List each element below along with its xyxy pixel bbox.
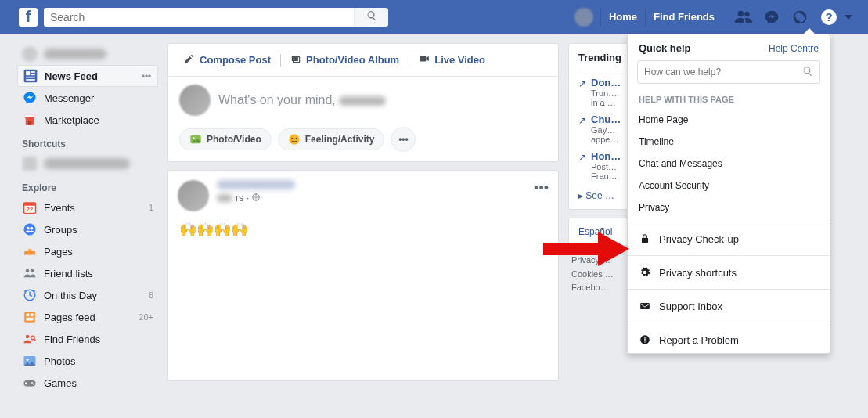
sidebar-item-pages-feed[interactable]: Pages feed 20+ [17,306,158,328]
pages-icon [22,243,38,259]
sidebar-item-messenger[interactable]: Messenger [17,87,158,109]
help-item-home-page[interactable]: Home Page [628,109,830,131]
svg-rect-30 [25,383,27,384]
help-group: ? [821,9,852,25]
divider [628,222,830,222]
post-author[interactable] [217,180,295,189]
action-feeling[interactable]: Feeling/Activity [278,128,385,150]
sidebar-item-on-this-day[interactable]: On this Day 8 [17,284,158,306]
help-item-timeline[interactable]: Timeline [628,131,830,153]
facebook-logo[interactable]: f [19,8,38,27]
search-input[interactable] [44,8,354,27]
sidebar-item-find-friends[interactable]: Find Friends [17,328,158,350]
svg-rect-4 [26,77,35,78]
sidebar-shortcut[interactable] [17,153,158,175]
find-friends-link[interactable]: Find Friends [645,8,722,27]
divider [409,54,409,67]
news-feed-options-icon[interactable]: ••• [140,70,153,82]
sidebar-item-events[interactable]: 22 Events 1 [17,196,158,218]
games-icon [22,375,38,391]
svg-rect-3 [31,74,35,76]
friend-lists-icon [22,265,38,281]
svg-point-32 [33,384,34,385]
action-privacy-checkup[interactable]: Privacy Check-up [628,225,830,252]
help-centre-link[interactable]: Help Centre [769,43,819,54]
action-more[interactable]: ••• [391,127,416,152]
help-icon[interactable]: ? [821,9,837,25]
composer-placeholder: What's on your mind, [218,93,386,107]
trend-icon: ↗ [578,114,586,144]
composer-body[interactable]: What's on your mind, [168,77,558,121]
trend-title: Chu… [591,114,621,125]
sidebar-item-friend-lists[interactable]: Friend lists [17,262,158,284]
sidebar-item-label: Groups [44,224,153,236]
svg-rect-14 [28,249,32,251]
avatar [22,46,38,62]
news-feed-icon [23,68,38,84]
pencil-icon [184,53,195,67]
tab-photo-album[interactable]: Photo/Video Album [284,50,405,70]
sidebar-item-label: Marketplace [44,114,153,126]
trend-sub: Gay… [591,125,621,135]
search-icon [802,66,813,79]
svg-rect-1 [26,71,30,75]
svg-rect-20 [31,314,34,315]
bluebar-right: Home Find Friends ? [567,5,860,29]
help-item-privacy[interactable]: Privacy [628,196,830,218]
sidebar-item-photos[interactable]: Photos [17,350,158,372]
sidebar-item-groups[interactable]: Groups [17,218,158,240]
groups-icon [22,222,38,237]
svg-point-38 [289,134,299,144]
help-search[interactable] [637,60,820,84]
lang-espanol[interactable]: Español [578,226,612,237]
post-menu-icon[interactable]: ••• [534,180,549,211]
sidebar-item-label: Find Friends [44,333,153,345]
sidebar-item-pages[interactable]: Pages [17,240,158,262]
messenger-icon[interactable] [763,9,780,26]
post-card: rs · ••• 🙌🙌🙌🙌 [167,170,559,381]
friend-requests-icon[interactable] [735,9,752,26]
shortcuts-heading: Shortcuts [17,131,158,153]
marketplace-icon [22,112,38,128]
tab-label: Photo/Video Album [306,54,399,66]
find-friends-icon [22,331,38,347]
home-link[interactable]: Home [600,8,645,27]
badge: 8 [149,290,153,300]
tab-compose-post[interactable]: Compose Post [178,50,277,70]
action-support-inbox[interactable]: Support Inbox [628,293,830,319]
help-item-chat[interactable]: Chat and Messages [628,153,830,175]
sidebar-profile[interactable] [17,43,158,65]
sidebar-item-marketplace[interactable]: Marketplace [17,109,158,131]
divider [628,289,830,290]
svg-rect-22 [27,318,34,319]
trend-title: Don… [591,77,621,88]
trend-sub: in a … [591,98,621,107]
svg-text:22: 22 [27,206,33,213]
ellipsis-icon: ••• [398,134,409,145]
svg-rect-18 [24,312,35,323]
tab-live-video[interactable]: Live Video [412,50,492,70]
sidebar-item-label: Events [44,202,142,214]
sidebar-item-news-feed[interactable]: News Feed ••• [17,65,158,87]
sidebar-item-label: News Feed [45,70,134,82]
trend-sub: appe… [591,135,621,144]
svg-rect-35 [420,56,426,62]
help-search-input[interactable] [644,67,802,77]
profile-chip[interactable] [567,5,600,29]
sidebar-item-label: Friend lists [44,268,153,279]
svg-point-11 [27,227,30,230]
action-label: Report a Problem [659,334,739,346]
search-button[interactable] [354,8,388,27]
sidebar-item-label: Pages [44,246,153,258]
svg-point-12 [30,227,33,230]
account-caret-icon[interactable] [845,15,852,20]
action-report-problem[interactable]: Report a Problem [628,326,830,353]
action-privacy-shortcuts[interactable]: Privacy shortcuts [628,259,830,286]
action-photo-video[interactable]: Photo/Video [179,128,272,150]
divider [628,255,830,256]
sidebar-item-games[interactable]: Games [17,372,158,394]
left-sidebar: News Feed ••• Messenger Marketplace Shor… [17,43,158,394]
help-item-security[interactable]: Account Security [628,175,830,196]
avatar[interactable] [178,180,209,211]
notifications-icon[interactable] [791,9,809,26]
